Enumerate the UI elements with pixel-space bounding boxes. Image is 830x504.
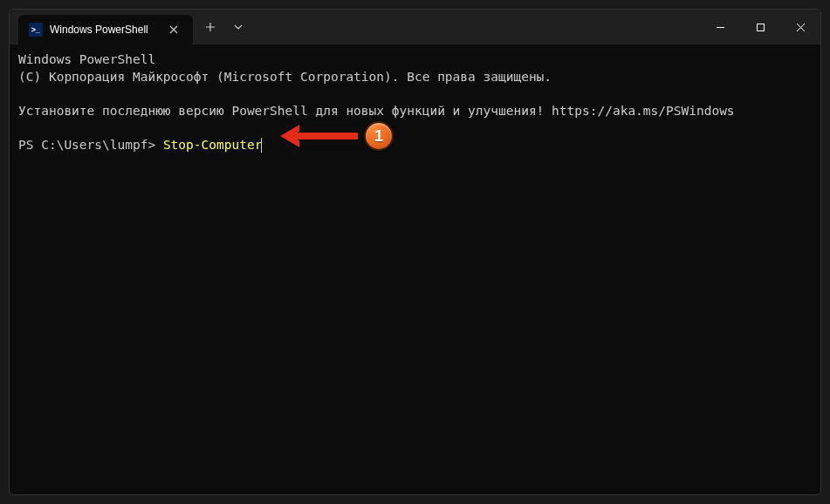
powershell-icon: >_	[29, 23, 43, 37]
titlebar[interactable]: >_ Windows PowerShell	[10, 10, 820, 44]
tab-area: >_ Windows PowerShell	[10, 10, 700, 44]
terminal-line	[18, 85, 812, 103]
tab-dropdown-button[interactable]	[224, 13, 252, 41]
terminal-content[interactable]: Windows PowerShell (C) Корпорация Майкро…	[10, 44, 820, 494]
command-text: Stop-Computer	[163, 137, 263, 154]
maximize-button[interactable]	[740, 10, 780, 44]
terminal-line	[18, 119, 812, 137]
close-window-button[interactable]	[780, 10, 820, 44]
text-cursor	[261, 138, 262, 153]
tab-close-button[interactable]	[165, 21, 182, 38]
new-tab-button[interactable]	[196, 13, 224, 41]
tab-powershell[interactable]: >_ Windows PowerShell	[18, 15, 193, 44]
prompt-text: PS C:\Users\lumpf>	[18, 137, 163, 154]
terminal-window: >_ Windows PowerShell	[9, 9, 821, 495]
maximize-icon	[756, 23, 765, 32]
svg-rect-0	[757, 24, 764, 31]
close-icon	[169, 25, 178, 34]
terminal-line: (C) Корпорация Майкрософт (Microsoft Cor…	[18, 69, 812, 86]
terminal-line: Windows PowerShell	[18, 51, 812, 69]
chevron-down-icon	[234, 24, 243, 30]
terminal-line: Установите последнюю версию PowerShell д…	[18, 103, 812, 120]
prompt-line: PS C:\Users\lumpf> Stop-Computer	[18, 137, 812, 154]
close-icon	[796, 23, 806, 32]
minimize-button[interactable]	[700, 10, 740, 44]
minimize-icon	[716, 23, 725, 32]
plus-icon	[205, 22, 216, 32]
tab-title: Windows PowerShell	[50, 24, 158, 36]
window-controls	[700, 10, 820, 44]
